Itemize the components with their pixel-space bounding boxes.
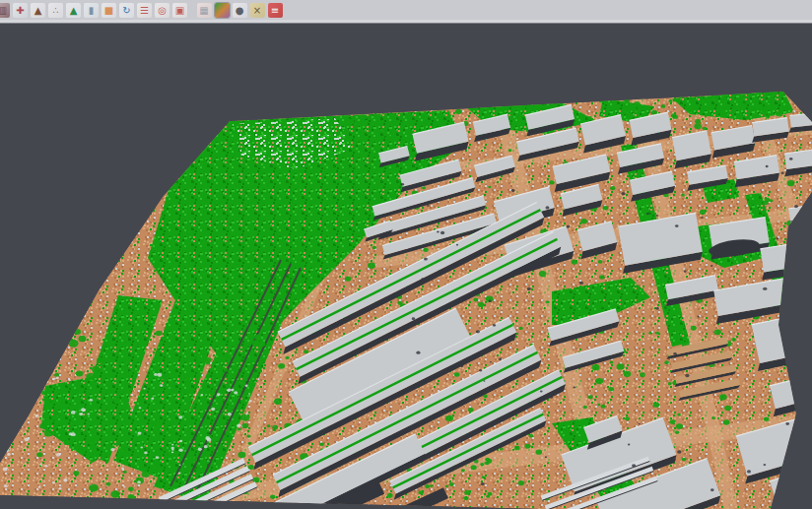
- grid-icon[interactable]: ▦: [197, 3, 212, 18]
- tie-points-icon[interactable]: ∴: [48, 3, 63, 18]
- align-photos-icon[interactable]: ✚: [13, 3, 28, 18]
- terrain-mesh: [0, 89, 812, 509]
- toolbar-strip: [0, 20, 812, 24]
- app-window: ▥✚▲∴▲▮■↻☰◎▣▦●×≡: [0, 0, 812, 509]
- clear-selection-icon[interactable]: ×: [250, 3, 265, 18]
- toolbar: ▥✚▲∴▲▮■↻☰◎▣▦●×≡: [0, 0, 812, 20]
- region-select-icon[interactable]: ▣: [172, 3, 187, 18]
- classification-view-icon[interactable]: [215, 3, 230, 18]
- layer-list-icon[interactable]: ☰: [137, 3, 152, 18]
- build-dem-icon[interactable]: ▲: [31, 3, 45, 18]
- profile-column-icon[interactable]: ▮: [84, 3, 99, 18]
- mesh-sphere-icon[interactable]: ●: [233, 3, 247, 18]
- open-image-icon[interactable]: ▥: [0, 3, 10, 18]
- vegetation-model-icon[interactable]: ▲: [66, 3, 81, 18]
- orthomosaic-icon[interactable]: ■: [102, 3, 116, 18]
- target-icon[interactable]: ◎: [155, 3, 169, 18]
- scene-canvas: [0, 25, 812, 509]
- 3d-viewport[interactable]: [0, 25, 812, 509]
- flag-icon[interactable]: ≡: [268, 3, 283, 18]
- update-globe-icon[interactable]: ↻: [119, 3, 134, 18]
